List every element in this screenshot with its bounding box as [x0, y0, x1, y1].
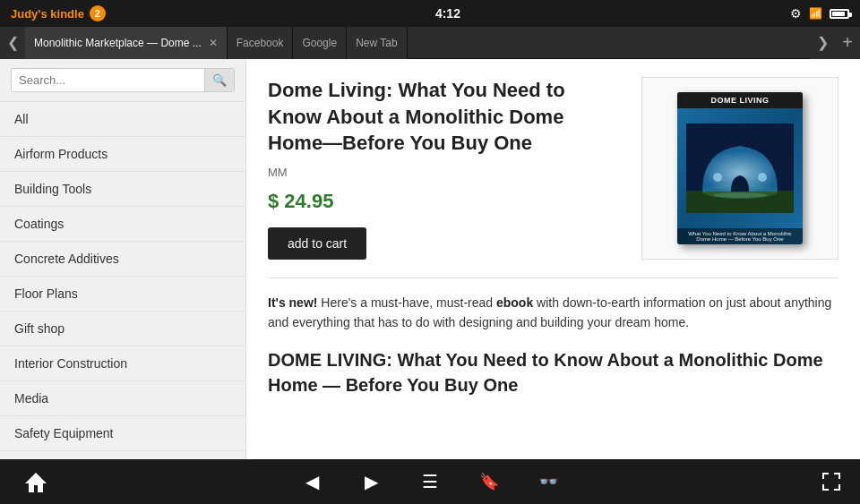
battery-icon	[830, 9, 849, 19]
tab-google-label: Google	[302, 37, 337, 49]
product-price: $ 24.95	[268, 190, 620, 213]
bottom-bar-inner: ◀ ▶ ☰ 🔖 👓	[18, 464, 842, 500]
tab-close-icon[interactable]: ✕	[209, 37, 218, 49]
tab-add-button[interactable]: +	[835, 27, 860, 59]
status-bar: Judy's kindle 2 4:12 ⚙ 📶	[0, 0, 860, 27]
product-info: Dome Living: What You Need to Know About…	[268, 77, 620, 260]
device-name: kindle	[50, 7, 84, 21]
content-area: Dome Living: What You Need to Know About…	[246, 59, 860, 459]
tabs-container: Monolithic Marketplace — Dome ... ✕ Face…	[25, 27, 810, 59]
status-time: 4:12	[435, 6, 460, 21]
bookmark-button[interactable]: 🔖	[473, 466, 505, 498]
tab-monolithic[interactable]: Monolithic Marketplace — Dome ... ✕	[25, 27, 228, 59]
fullscreen-button[interactable]	[821, 471, 842, 492]
sidebar-item-interior[interactable]: Interior Construction	[0, 346, 245, 381]
product-header: Dome Living: What You Need to Know About…	[268, 77, 838, 260]
description-body: Here's a must-have, must-read	[317, 295, 496, 310]
svg-point-3	[713, 173, 722, 182]
svg-marker-6	[25, 473, 47, 492]
settings-icon[interactable]: ⚙	[790, 6, 802, 21]
reading-mode-button[interactable]: 👓	[532, 466, 564, 498]
tab-facebook[interactable]: Facebook	[228, 27, 294, 59]
forward-button[interactable]: ▶	[355, 466, 387, 498]
notification-badge: 2	[90, 5, 106, 21]
sidebar-item-concrete[interactable]: Concrete Additives	[0, 242, 245, 277]
bottom-bar: ◀ ▶ ☰ 🔖 👓	[0, 459, 860, 504]
tab-google[interactable]: Google	[293, 27, 347, 59]
tab-bar: ❮ Monolithic Marketplace — Dome ... ✕ Fa…	[0, 27, 860, 59]
sidebar-item-floorplans[interactable]: Floor Plans	[0, 277, 245, 312]
tab-next-button[interactable]: ❯	[810, 27, 835, 59]
book-cover: DOME LIVING	[677, 92, 803, 244]
description-text: It's new! Here's a must-have, must-read …	[268, 293, 838, 333]
divider	[268, 278, 838, 278]
status-left: Judy's kindle 2	[11, 5, 106, 21]
book-title-bar: DOME LIVING	[677, 92, 803, 108]
home-button[interactable]	[18, 464, 54, 500]
section-title: DOME LIVING: What You Need to Know About…	[268, 347, 838, 397]
svg-point-4	[758, 173, 767, 182]
product-brand: MM	[268, 166, 620, 179]
product-image: DOME LIVING	[641, 77, 838, 260]
search-input[interactable]	[12, 69, 204, 91]
sidebar-item-media[interactable]: Media	[0, 381, 245, 416]
bottom-center-controls: ◀ ▶ ☰ 🔖 👓	[296, 466, 564, 498]
tab-newtab-label: New Tab	[356, 37, 397, 49]
product-title: Dome Living: What You Need to Know About…	[268, 77, 620, 157]
status-icons: ⚙ 📶	[790, 6, 849, 21]
battery-fill	[832, 12, 845, 16]
book-dome-image	[677, 108, 803, 228]
dome-svg	[686, 124, 794, 213]
search-button[interactable]: 🔍	[204, 69, 234, 91]
sidebar-item-building[interactable]: Building Tools	[0, 172, 245, 207]
sidebar-item-coatings[interactable]: Coatings	[0, 207, 245, 242]
tab-facebook-label: Facebook	[236, 37, 284, 49]
sidebar-item-all[interactable]: All	[0, 102, 245, 137]
svg-point-5	[713, 192, 767, 198]
sidebar-item-airform[interactable]: Airform Products	[0, 137, 245, 172]
user-name-text: Judy's	[11, 7, 47, 21]
wifi-icon: 📶	[809, 7, 822, 20]
sidebar-item-giftshop[interactable]: Gift shop	[0, 312, 245, 346]
fullscreen-icon	[821, 471, 842, 492]
tab-prev-button[interactable]: ❮	[0, 27, 25, 59]
nav-list: All Airform Products Building Tools Coat…	[0, 102, 245, 451]
back-button[interactable]: ◀	[296, 466, 328, 498]
search-box: 🔍	[0, 59, 245, 102]
browser-area: 🔍 All Airform Products Building Tools Co…	[0, 59, 860, 459]
add-to-cart-button[interactable]: add to cart	[268, 227, 366, 260]
home-icon	[23, 469, 48, 494]
description-ebook: ebook	[496, 295, 533, 310]
search-input-wrap: 🔍	[11, 68, 235, 92]
tab-monolithic-label: Monolithic Marketplace — Dome ...	[34, 37, 202, 49]
tab-newtab[interactable]: New Tab	[347, 27, 407, 59]
user-name: Judy's kindle	[11, 7, 84, 21]
menu-button[interactable]: ☰	[414, 466, 446, 498]
book-subtitle: What You Need to Know About a Monolithic…	[677, 228, 803, 244]
sidebar-item-safety[interactable]: Safety Equipment	[0, 416, 245, 451]
sidebar: 🔍 All Airform Products Building Tools Co…	[0, 59, 246, 459]
description-highlight: It's new!	[268, 295, 317, 310]
